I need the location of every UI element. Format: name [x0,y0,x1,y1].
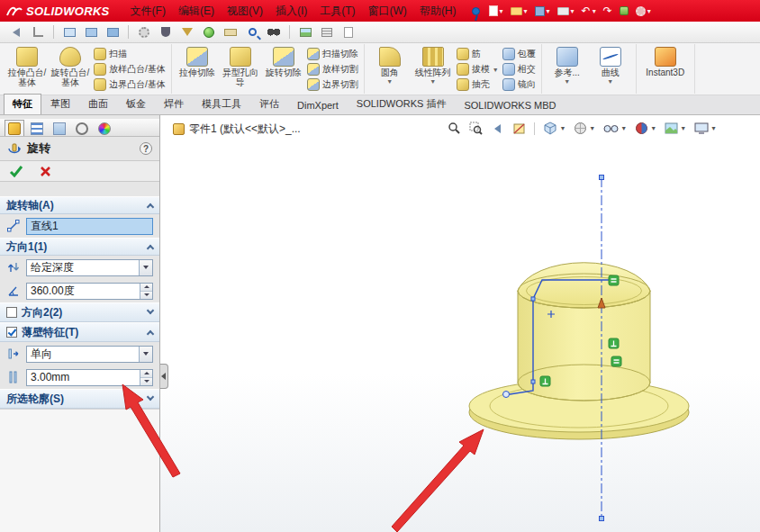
apply-scene-button[interactable]: ▼ [665,122,686,134]
hide-show-items-button[interactable]: ▼ [603,122,627,134]
spin-down-button[interactable] [140,291,152,299]
panel-flyout-handle[interactable] [160,364,168,389]
angle-spinbox[interactable]: 360.00度 [26,283,153,300]
loft-button[interactable]: 放样凸台/基体 [94,62,166,77]
tab-configurationmanager[interactable] [50,120,69,136]
extrude-cut-button[interactable]: 拉伸切除 [176,45,219,77]
boundary-cut-button[interactable]: 边界切割 [307,77,358,92]
view-screen-button-1[interactable] [60,23,78,41]
menu-edit[interactable]: 编辑(E) [172,1,221,22]
section-direction1-header[interactable]: 方向1(1) [0,238,159,256]
print-button[interactable]: ▾ [557,7,575,15]
zoom-button[interactable] [243,23,261,41]
options-button[interactable]: ▾ [636,6,651,16]
ok-button[interactable] [9,165,23,177]
curves-button[interactable]: 曲线 ▼ [589,45,632,85]
measure-button[interactable] [222,23,240,41]
view-orientation-button[interactable]: ▼ [543,122,565,135]
draft-button[interactable]: 拔模▼ [457,62,499,77]
capture-image-button[interactable] [296,23,314,41]
linear-pattern-button[interactable]: 线性阵列 ▼ [412,45,455,85]
new-document-button[interactable]: ▾ [489,5,503,16]
appearance-settings-button[interactable] [135,23,153,41]
tab-displaymanager[interactable] [95,120,114,136]
tab-features[interactable]: 特征 [4,94,41,114]
tab-sketch[interactable]: 草图 [41,94,79,114]
cancel-button[interactable] [40,166,51,177]
tab-sheet-metal[interactable]: 钣金 [117,94,155,114]
sketch-ruler-button[interactable] [29,23,47,41]
dropdown-button[interactable] [139,260,152,275]
section-selected-contours-header[interactable]: 所选轮廓(S) [0,389,159,409]
instant3d-button[interactable]: Instant3D [640,45,691,77]
tab-propertymanager[interactable] [5,120,24,136]
menu-insert[interactable]: 插入(I) [269,1,313,22]
previous-view-button[interactable] [491,122,504,135]
thin-feature-checkbox[interactable] [6,327,17,338]
menu-window[interactable]: 窗口(W) [362,1,413,22]
section-axis-header[interactable]: 旋转轴(A) [0,196,159,214]
section-direction2-header[interactable]: 方向2(2) [0,302,159,322]
save-button[interactable]: ▾ [535,6,550,16]
print-stack-button[interactable] [318,23,336,41]
rib-button[interactable]: 筋 [457,47,499,61]
loft-cut-button[interactable]: 放样切割 [307,62,358,77]
dropdown-button[interactable] [139,347,152,362]
revolve-cut-button[interactable]: 旋转切除 [262,45,305,77]
wrap-button[interactable]: 包覆 [502,47,536,61]
section-thin-feature-header[interactable]: 薄壁特征(T) [0,322,159,342]
filter-button[interactable] [178,23,196,41]
tab-surfaces[interactable]: 曲面 [79,94,117,114]
view-screen-button-2[interactable] [82,23,100,41]
axis-selection-input[interactable] [26,218,153,235]
sweep-cut-button[interactable]: 扫描切除 [307,47,358,61]
preview-render-button[interactable] [200,23,218,41]
thin-type-dropdown[interactable]: 单向 [26,346,153,363]
thickness-spinbox[interactable]: 3.00mm [26,369,153,386]
menu-pin-button[interactable] [472,7,480,15]
view-screen-button-3[interactable] [104,23,122,41]
help-icon[interactable]: ? [140,142,152,155]
rebuild-button[interactable] [620,6,629,15]
zoom-fit-button[interactable] [448,122,461,135]
fillet-button[interactable]: 圆角 ▼ [368,45,412,85]
boundary-button[interactable]: 边界凸台/基体 [94,77,166,92]
spin-down-button[interactable] [140,377,152,385]
tab-solidworks-mbd[interactable]: SOLIDWORKS MBD [455,96,565,114]
menu-view[interactable]: 视图(V) [221,1,269,22]
tab-featuremanager[interactable] [27,120,47,136]
previous-view-button[interactable] [7,23,25,41]
spin-up-button[interactable] [140,284,152,291]
intersect-button[interactable]: 相交 [502,62,536,77]
render-tools-button[interactable] [157,23,175,41]
menu-help[interactable]: 帮助(H) [413,1,463,22]
spin-up-button[interactable] [140,370,152,377]
view-settings-button[interactable]: ▼ [694,122,717,135]
section-view-button[interactable] [512,122,526,135]
mirror-button[interactable]: 镜向 [502,77,536,92]
document-breadcrumb[interactable]: 零件1 (默认<<默认>_... [173,122,301,137]
tab-dimxpertmanager[interactable] [72,120,92,136]
graphics-area[interactable]: 零件1 (默认<<默认>_... ▼ [160,115,760,532]
tab-dimxpert[interactable]: DimXpert [288,96,348,114]
tab-weldments[interactable]: 焊件 [155,94,193,114]
menu-tools[interactable]: 工具(T) [313,1,361,22]
redo-button[interactable]: ↷ [603,5,612,16]
open-document-button[interactable]: ▾ [511,7,528,15]
hole-wizard-button[interactable]: 异型孔向导 [219,45,262,87]
tab-mold-tools[interactable]: 模具工具 [193,94,250,114]
menu-file[interactable]: 文件(F) [124,1,172,22]
zoom-area-button[interactable] [469,122,483,135]
sweep-button[interactable]: 扫描 [94,47,166,61]
reference-geometry-button[interactable]: 参考... ▼ [546,45,589,85]
thin-direction-icon[interactable] [5,346,22,362]
shell-button[interactable]: 抽壳 [457,77,499,92]
new-page-button[interactable] [339,23,357,41]
tab-evaluate[interactable]: 评估 [250,94,288,114]
direction2-checkbox[interactable] [6,307,17,318]
tab-solidworks-addins[interactable]: SOLIDWORKS 插件 [348,94,456,114]
end-condition-dropdown[interactable]: 给定深度 [26,259,153,276]
edit-appearance-button[interactable]: ▼ [635,122,656,135]
extrude-boss-button[interactable]: 拉伸凸台/基体 [5,45,49,87]
reverse-direction-icon[interactable] [5,259,22,275]
